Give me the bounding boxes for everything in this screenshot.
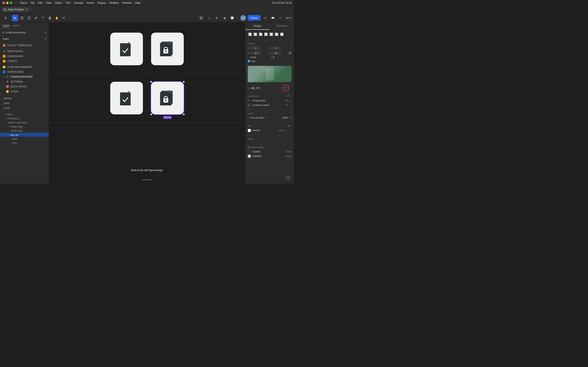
component-tool-button[interactable]	[47, 15, 53, 21]
layer-mode-chevron[interactable]: ▾	[265, 117, 266, 119]
contrast-button[interactable]: ◑	[221, 15, 227, 21]
align-top-button[interactable]: ⬜	[264, 32, 268, 36]
apple-menu[interactable]: 	[16, 1, 17, 4]
layout-grid-settings-icon[interactable]: ⊞	[287, 95, 289, 97]
select-tool-button[interactable]	[12, 15, 18, 21]
share-button[interactable]: Share	[248, 15, 260, 21]
grid-view-button[interactable]	[198, 15, 204, 21]
code-view-button[interactable]: </>	[262, 15, 268, 21]
hand-tool-button[interactable]: ✋	[54, 15, 60, 21]
menu-widgets[interactable]: Widgets	[109, 1, 119, 4]
align-center-h-button[interactable]: ⬜	[253, 32, 258, 36]
layer-vendor-logo-1[interactable]: ⠿ Vendor logo	[0, 125, 49, 129]
align-left-button[interactable]: ⬜	[248, 32, 252, 36]
component-more-button[interactable]: ···	[290, 85, 292, 91]
frame-tool-button[interactable]	[19, 15, 25, 21]
tab-design[interactable]: Design	[245, 22, 270, 30]
minimize-button[interactable]	[6, 2, 9, 4]
menu-text[interactable]: Text	[66, 1, 71, 4]
layer-checkbox[interactable]: ◇ Checkbox / ... →	[0, 117, 49, 120]
icon-card-doc-check-1[interactable]	[110, 33, 143, 65]
menu-file[interactable]: File	[30, 1, 35, 4]
constrain-icon[interactable]: 🔗	[288, 51, 292, 55]
align-bottom-button[interactable]: ⬜	[274, 32, 279, 36]
boolean-button[interactable]: ⊕	[214, 15, 220, 21]
layer-cell18[interactable]: ⠿ Cell 18	[0, 112, 49, 117]
nav-item-workflows[interactable]: 🟦 WORKFLOWS	[0, 69, 49, 75]
menu-plugins[interactable]: Plugins	[97, 1, 106, 4]
nav-item-monitoring[interactable]: ⬛ MONITORING	[0, 49, 49, 54]
nav-item-login[interactable]: 🟡 LOGIN	[0, 89, 49, 94]
stroke-add-button[interactable]: +	[290, 138, 292, 140]
frame-chevron[interactable]: ▾	[290, 42, 292, 45]
icon-card-doc-check-2[interactable]	[110, 82, 143, 114]
x-input[interactable]	[250, 46, 260, 50]
help-button[interactable]: ?	[285, 175, 291, 180]
reader-view-button[interactable]: 📖	[270, 15, 276, 21]
fill-eye-button[interactable]: 👁	[285, 129, 288, 132]
clip-checkbox[interactable]	[248, 60, 250, 62]
fill-tool-button[interactable]: ⬜	[229, 15, 235, 21]
close-button[interactable]	[2, 2, 5, 4]
nav-item-cover[interactable]: _cover	[0, 106, 49, 110]
component-edit-button[interactable]: ✏	[283, 85, 289, 91]
canvas-area[interactable]: 16 × 16 Back to the old Figma design	[49, 22, 245, 184]
user-avatar[interactable]: A	[240, 15, 246, 21]
fill-settings-icon[interactable]: ⊞	[288, 125, 290, 127]
layer-vendor-stack[interactable]: ⠿ Vendor Logo Stack	[0, 120, 49, 125]
nav-item-trash[interactable]: _trash	[0, 101, 49, 106]
tab-layers[interactable]: Layers	[2, 24, 10, 27]
fullscreen-button[interactable]	[10, 2, 12, 4]
tab-close-button[interactable]: ✕	[26, 8, 27, 11]
nav-item-archive[interactable]: _archive	[0, 96, 49, 101]
canvas-scrollbar[interactable]	[142, 179, 152, 180]
play-button[interactable]: ▷	[278, 15, 284, 21]
fill-remove-button[interactable]: —	[289, 129, 292, 132]
icon-card-doc-lock-2[interactable]: 16 × 16	[151, 82, 184, 114]
tab-assets[interactable]: Assets	[12, 24, 20, 27]
more-options-icon[interactable]: ···	[290, 8, 292, 11]
add-page-button[interactable]: +	[45, 38, 46, 40]
fill-add-button[interactable]: +	[290, 125, 292, 127]
menu-edit[interactable]: Edit	[38, 1, 43, 4]
menu-vector[interactable]: Vector	[86, 1, 94, 4]
pen-tool-button[interactable]	[33, 15, 39, 21]
shape-tool-button[interactable]	[26, 15, 32, 21]
align-center-v-button[interactable]: ⬜	[269, 32, 273, 36]
fill-color-swatch[interactable]	[248, 129, 251, 132]
layer-vendor-logo-2[interactable]: ⠿ Vendor logo	[0, 129, 49, 133]
layer-visibility-button[interactable]: 👁	[289, 116, 292, 119]
new-tab-button[interactable]: +	[31, 8, 33, 11]
sel-swatch-2[interactable]	[248, 155, 251, 158]
layout-grid-add-button[interactable]: +	[290, 95, 292, 97]
distribute-button[interactable]: ⬜	[279, 32, 284, 36]
icon-card-doc-lock-1[interactable]	[151, 33, 184, 65]
menu-object[interactable]: Object	[55, 1, 62, 4]
nav-item-configurations[interactable]: ✓ ⬛ CONFIGURATIONS	[0, 75, 49, 79]
nav-item-assets[interactable]: 🟧 ASSETS	[0, 59, 49, 64]
browser-tab[interactable]: Aleph Projects ✕	[2, 7, 30, 12]
nav-item-backoffice[interactable]: 🟫 BACK OFFICE	[0, 84, 49, 89]
layer-back[interactable]: ○ back	[0, 137, 49, 141]
resize-icon[interactable]: ⛶	[289, 46, 292, 50]
menu-window[interactable]: Window	[122, 1, 131, 4]
tab-prototype[interactable]: Prototype	[270, 22, 294, 30]
align-right-button[interactable]: ⬜	[258, 32, 263, 36]
h-input[interactable]	[270, 51, 281, 55]
nav-item-compliance[interactable]: 🟧 COMPLIANCE	[0, 54, 49, 59]
nav-item-layout[interactable]: 🟫 LAYOUT TEMPLATES	[0, 43, 49, 48]
w-input[interactable]	[251, 51, 261, 55]
menu-view[interactable]: View	[46, 1, 52, 4]
nav-item-settings[interactable]: ⚙ SETTINGS	[0, 79, 49, 84]
nav-item-case[interactable]: 🟡 CASE MANAGEMENT	[0, 65, 49, 69]
rows-remove-button[interactable]: —	[289, 99, 292, 102]
cols-eye-button[interactable]: 👁	[285, 104, 288, 106]
menu-arrange[interactable]: Arrange	[74, 1, 83, 4]
configurations-chevron[interactable]: ▾	[45, 31, 46, 34]
layer-app-sec[interactable]: ◇ app_sec	[0, 133, 49, 137]
menu-figma[interactable]: Figma	[20, 1, 27, 4]
comment-tool-button[interactable]: ↺	[61, 15, 67, 21]
text-tool-button[interactable]: T	[40, 15, 46, 21]
sel-swatch-1[interactable]	[248, 150, 251, 153]
menu-help[interactable]: Help	[135, 1, 140, 4]
